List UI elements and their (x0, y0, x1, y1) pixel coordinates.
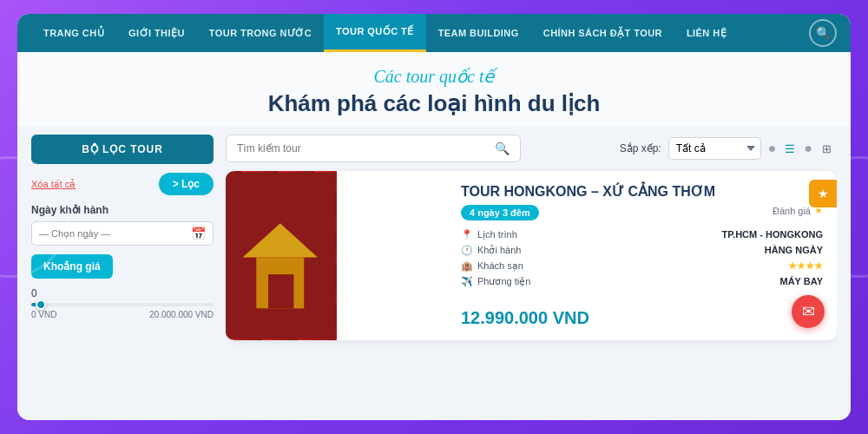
badge-star-icon: ★ (818, 187, 829, 201)
tour-info-label-3: ✈️ Phương tiện (461, 276, 582, 287)
sort-label: Sắp xếp: (620, 142, 661, 155)
search-input[interactable] (237, 142, 488, 155)
calendar-icon: 📅 (191, 227, 206, 240)
tour-info-label-0: 📍 Lịch trình (461, 229, 582, 240)
nav-item-team-building[interactable]: TEAM BUILDING (426, 14, 531, 52)
nav-item-trang-chu[interactable]: TRANG CHỦ (31, 14, 116, 52)
filter-header-button[interactable]: BỘ LỌC TOUR (31, 135, 214, 164)
list-view-button[interactable]: ☰ (779, 138, 800, 159)
search-box: 🔍 (226, 135, 521, 162)
search-icon: 🔍 (495, 141, 510, 155)
hero-title: Khám phá các loại hình du lịch (17, 90, 851, 117)
nav-item-gioi-thieu[interactable]: GIỚI THIỆU (116, 14, 197, 52)
sort-select[interactable]: Tất cả Giá tăng dần Giá giảm dần Mới nhấ… (668, 137, 761, 160)
tour-info-table: 📍 Lịch trình TP.HCM - HONGKONG 🕐 Khởi hà… (461, 229, 823, 287)
sort-area: Sắp xếp: Tất cả Giá tăng dần Giá giảm dầ… (620, 137, 837, 160)
tour-details: TOUR HONGKONG – XỨ CẢNG THƠM 4 ngày 3 đê… (447, 171, 837, 340)
grid-view-button[interactable]: ⊞ (816, 138, 837, 159)
main-content: 🔍 Sắp xếp: Tất cả Giá tăng dần Giá giảm … (226, 135, 837, 411)
price-label-button[interactable]: Khoảng giá (31, 254, 113, 279)
location-icon: 📍 (461, 229, 473, 240)
nav-item-tour-quoc-te[interactable]: TOUR QUỐC TẾ (324, 14, 426, 52)
content-area: BỘ LỌC TOUR Xóa tất cả > Lọc Ngày khởi h… (17, 126, 851, 420)
tour-info-value-2: ★★★★ (582, 260, 823, 272)
tour-info-value-1: HÀNG NGÀY (582, 245, 823, 256)
tour-image-4 (226, 171, 337, 340)
nav-search-button[interactable]: 🔍 (809, 19, 837, 47)
tour-images: TRIP (226, 171, 447, 340)
date-input[interactable] (39, 228, 191, 239)
range-thumb[interactable] (36, 299, 46, 310)
search-icon: 🔍 (816, 26, 831, 40)
date-label: Ngày khởi hành (31, 204, 214, 216)
price-value: 0 (31, 287, 214, 299)
hero-section: Các tour quốc tế Khám phá các loại hình … (17, 52, 851, 126)
tour-info-value-3: MÁY BAY (582, 276, 823, 287)
tour-duration-tag: 4 ngày 3 đêm (461, 205, 539, 220)
nav-item-chinh-sach[interactable]: CHÍNH SÁCH ĐẶT TOUR (531, 14, 674, 52)
sidebar: BỘ LỌC TOUR Xóa tất cả > Lọc Ngày khởi h… (31, 135, 214, 411)
hotel-icon: 🏨 (461, 260, 473, 272)
view-icons: ● ☰ ● ⊞ (768, 138, 837, 159)
tour-info-label-1: 🕐 Khởi hành (461, 245, 582, 256)
dot-sep: ● (768, 141, 777, 156)
tour-info-label-2: 🏨 Khách sạn (461, 260, 582, 272)
email-icon: ✉ (802, 302, 815, 321)
range-max-label: 20.000.000 VND (149, 310, 214, 319)
tour-title: TOUR HONGKONG – XỨ CẢNG THƠM (461, 183, 823, 200)
filter-actions: Xóa tất cả > Lọc (31, 173, 214, 195)
range-min-label: 0 VND (31, 310, 56, 319)
nav-item-lien-he[interactable]: LIÊN HỆ (674, 14, 739, 52)
message-fab-button[interactable]: ✉ (792, 295, 825, 328)
nav-item-tour-trong-nuoc[interactable]: TOUR TRONG NƯỚC (197, 14, 324, 52)
date-input-row: 📅 (31, 221, 214, 246)
navbar: TRANG CHỦ GIỚI THIỆU TOUR TRONG NƯỚC TOU… (17, 14, 851, 52)
svg-rect-34 (268, 274, 293, 308)
apply-filter-button[interactable]: > Lọc (159, 173, 214, 195)
tour-badge: ★ (809, 180, 837, 207)
time-icon: 🕐 (461, 245, 473, 256)
range-labels: 0 VND 20.000.000 VND (31, 310, 214, 319)
dot-sep2: ● (804, 141, 812, 156)
search-sort-row: 🔍 Sắp xếp: Tất cả Giá tăng dần Giá giảm … (226, 135, 837, 162)
tour-card: ★ (226, 171, 837, 340)
hero-subtitle: Các tour quốc tế (17, 66, 851, 87)
rating-label: Đánh giá (773, 206, 811, 216)
price-range-track (31, 303, 214, 306)
transport-icon: ✈️ (461, 276, 473, 287)
clear-all-button[interactable]: Xóa tất cả (31, 179, 76, 190)
tour-price: 12.990.000 VND (461, 308, 823, 328)
main-container: TRANG CHỦ GIỚI THIỆU TOUR TRONG NƯỚC TOU… (17, 14, 851, 420)
tour-info-value-0: TP.HCM - HONGKONG (582, 229, 823, 240)
